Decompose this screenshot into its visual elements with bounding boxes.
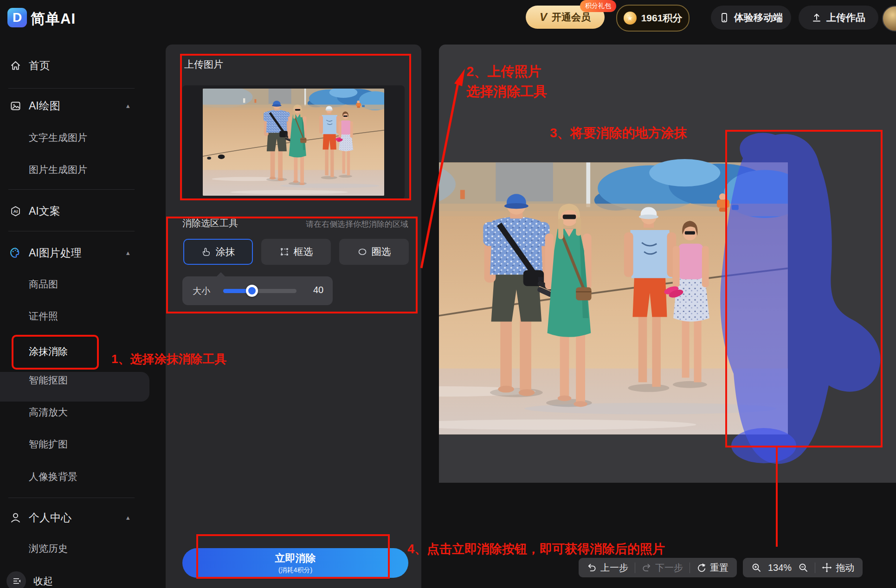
sidebar-item-image2image[interactable]: 图片生成图片 [29,160,135,180]
reset-button[interactable]: 重置 [696,562,728,574]
erase-now-label: 立即消除 [275,551,316,565]
erase-tools-title: 消除选区工具 [182,217,238,230]
zoom-level-label: 134% [768,562,792,573]
sidebar-group-label: 个人中心 [29,511,71,525]
sidebar-item-label: 涂抹消除 [29,345,68,358]
canvas-workspace-top [439,45,896,114]
undo-icon [587,563,597,573]
points-gift-badge: 积分礼包 [580,0,616,12]
sidebar-group-personal-center[interactable]: 个人中心 ▴ [0,507,139,528]
smear-mask-overlay [439,114,896,483]
sidebar-item-browse-history[interactable]: 浏览历史 [29,538,135,559]
logo-icon: D [7,8,27,27]
slider-thumb[interactable] [246,285,258,297]
sidebar-item-id-photo[interactable]: 证件照 [29,306,135,326]
sidebar-item-text2image[interactable]: 文字生成图片 [29,128,135,148]
tool-lasso-button[interactable]: 圈选 [339,239,409,265]
zoom-in-button[interactable] [751,562,761,573]
divider [815,562,815,573]
sidebar-nav: 首页 AI绘图 ▴ 文字生成图片 图片生成图片 AI AI文案 AI图片处理 ▴… [0,35,139,588]
gallery-icon [9,100,21,112]
sidebar-item-portrait-bg-swap[interactable]: 人像换背景 [29,467,135,487]
sidebar-item-smart-expand[interactable]: 智能扩图 [29,434,135,454]
annotation-step4: 4、点击立即消除按钮，即可获得消除后的照片 [407,541,665,557]
divider [8,231,135,231]
sidebar-item-label: 智能扩图 [29,438,68,451]
logo-letter: D [13,10,22,25]
ai-doc-icon: AI [9,205,21,217]
erase-now-button[interactable]: 立即消除 (消耗4积分) [182,548,408,578]
sidebar-group-label: AI绘图 [29,99,60,113]
coin-star: ★ [627,14,633,22]
zoom-out-icon [798,562,808,573]
sidebar-group-ai-copywriting[interactable]: AI AI文案 [0,200,139,222]
sidebar-item-label: 人像换背景 [29,470,77,483]
history-toolbar: 上一步 下一步 重置 [579,558,737,577]
upload-work-label: 上传作品 [826,11,865,24]
lasso-icon [357,247,367,257]
chevron-up-icon[interactable]: ▴ [126,102,130,110]
divider [8,189,135,190]
app-root: { "header": { "logo_letter": "D", "logo_… [0,0,896,588]
zoom-toolbar: 134% 拖动 [743,558,863,577]
sidebar-item-home[interactable]: 首页 [0,55,139,76]
tool-lasso-label: 圈选 [372,245,391,258]
collapse-label: 收起 [33,575,53,588]
upload-section-title: 上传图片 [184,58,223,71]
sidebar-item-label: 浏览历史 [29,542,68,555]
zoom-out-button[interactable] [798,562,808,573]
home-icon [9,59,21,71]
tool-box-select-button[interactable]: 框选 [261,239,331,265]
drag-tool-button[interactable]: 拖动 [822,562,854,574]
sidebar-item-label: 高清放大 [29,406,68,419]
editing-canvas[interactable] [439,114,896,483]
brush-size-value: 40 [313,285,323,295]
user-avatar[interactable] [882,6,896,32]
move-icon [822,562,832,573]
phone-icon [719,13,729,23]
sidebar-item-label: 证件照 [29,310,58,323]
svg-text:AI: AI [13,209,17,214]
hand-smear-icon [201,247,212,257]
mobile-app-button[interactable]: 体验移动端 [711,6,791,30]
sidebar-group-ai-draw[interactable]: AI绘图 ▴ [0,95,139,116]
redo-button[interactable]: 下一步 [642,562,683,574]
drag-label: 拖动 [836,562,854,574]
sidebar-item-smear-erase[interactable]: 涂抹消除 [29,341,135,362]
vip-button-label: 开通会员 [552,11,591,24]
erase-tools-hint: 请在右侧选择你想消除的区域 [306,219,408,230]
collapse-icon [6,571,26,588]
sidebar-item-smart-cutout[interactable]: 智能抠图 [29,370,135,390]
uploaded-image-thumbnail [203,89,384,196]
tool-smear-button[interactable]: 涂抹 [183,239,253,265]
reset-icon [696,563,706,573]
mobile-app-label: 体验移动端 [734,11,783,24]
sidebar-item-label: 商品图 [29,278,58,291]
sidebar-collapse-button[interactable]: 收起 [0,570,139,588]
brush-size-label: 大小 [193,285,210,297]
sidebar-group-label: AI文案 [29,204,60,218]
upload-work-button[interactable]: 上传作品 [799,6,878,30]
points-label: 1961积分 [641,12,683,25]
chevron-up-icon[interactable]: ▴ [126,513,130,522]
marquee-icon [279,247,290,257]
undo-label: 上一步 [600,562,628,574]
app-title: 简单AI [31,9,76,29]
brush-size-slider[interactable] [223,289,297,293]
divider [8,88,135,89]
upload-icon [812,13,822,23]
uploaded-image-container[interactable] [182,85,405,199]
zoom-in-icon [751,562,761,573]
reset-label: 重置 [710,562,728,574]
sidebar-item-hd-upscale[interactable]: 高清放大 [29,402,135,422]
sidebar-item-label: 首页 [29,58,50,73]
sidebar-group-ai-image-processing[interactable]: AI图片处理 ▴ [0,242,139,263]
tool-smear-label: 涂抹 [216,245,235,258]
chevron-up-icon[interactable]: ▴ [126,249,130,257]
sidebar-item-product-image[interactable]: 商品图 [29,274,135,294]
redo-icon [642,563,651,573]
points-button[interactable]: ★ 1961积分 [616,5,690,32]
erase-cost-note: (消耗4积分) [278,566,312,575]
divider [8,498,135,498]
undo-button[interactable]: 上一步 [587,562,628,574]
